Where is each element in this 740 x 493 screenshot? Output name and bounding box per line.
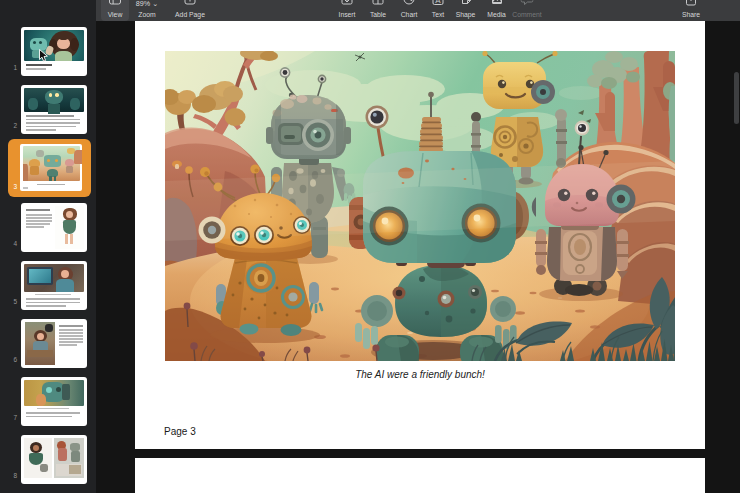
svg-text:A: A: [435, 0, 441, 5]
